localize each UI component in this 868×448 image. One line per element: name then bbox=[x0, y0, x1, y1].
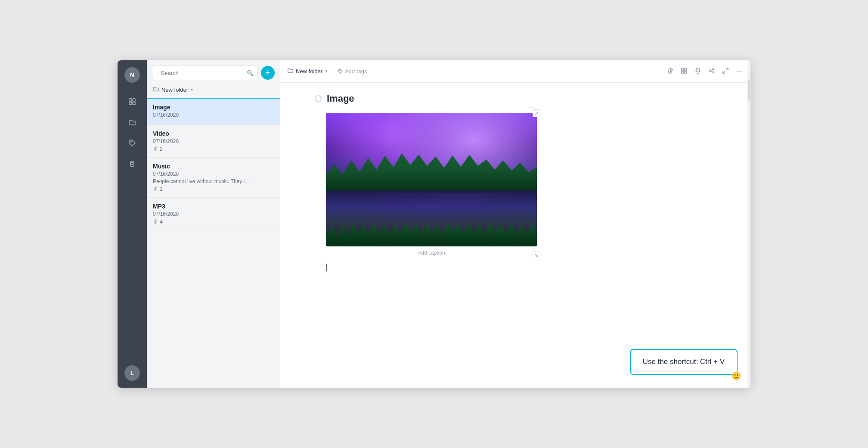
svg-rect-9 bbox=[682, 68, 684, 70]
svg-rect-5 bbox=[130, 162, 134, 166]
emoji-button[interactable]: 🙂 bbox=[732, 371, 741, 381]
breadcrumb-chevron-icon[interactable]: ▾ bbox=[325, 68, 328, 74]
note-date: 07/16/2020 bbox=[153, 171, 274, 177]
shortcut-tooltip: Use the shortcut: Ctrl + V bbox=[630, 349, 738, 375]
folder-name: New folder bbox=[161, 87, 188, 93]
note-item-music[interactable]: Music 07/16/2020 People cannot live with… bbox=[147, 158, 280, 198]
breadcrumb-folder-icon bbox=[287, 68, 293, 75]
svg-rect-12 bbox=[685, 71, 687, 73]
expand-icon[interactable] bbox=[722, 67, 729, 76]
folder-header: New folder ▾ bbox=[147, 84, 280, 98]
search-icon[interactable]: 🔍 bbox=[247, 70, 254, 76]
svg-point-8 bbox=[340, 70, 341, 71]
notes-panel: ≡ 🔍 + New folder ▾ Image 07/16/2020 bbox=[147, 60, 280, 388]
svg-point-4 bbox=[130, 141, 131, 142]
note-date: 07/16/2020 bbox=[153, 138, 274, 144]
breadcrumb: New folder ▾ bbox=[287, 68, 328, 75]
resize-handle-bottom-right[interactable] bbox=[533, 252, 540, 259]
note-title: Video bbox=[153, 130, 274, 137]
svg-rect-0 bbox=[129, 99, 132, 101]
tag-area[interactable]: Add tags bbox=[338, 68, 367, 75]
main-area: New folder ▾ Add tags bbox=[280, 60, 750, 388]
bell-icon[interactable] bbox=[694, 67, 701, 76]
note-image-visual bbox=[326, 113, 537, 246]
sidebar-bottom: L bbox=[124, 365, 140, 381]
sidebar-nav bbox=[124, 93, 141, 365]
note-item-image[interactable]: Image 07/16/2020 bbox=[147, 99, 280, 125]
add-note-button[interactable]: + bbox=[261, 66, 275, 80]
svg-point-13 bbox=[713, 68, 714, 69]
notes-toolbar: ≡ 🔍 + bbox=[147, 60, 280, 84]
more-options-icon[interactable]: ··· bbox=[736, 67, 744, 76]
svg-line-16 bbox=[710, 69, 713, 70]
attachment-icon[interactable] bbox=[667, 67, 674, 76]
folder-header-icon bbox=[153, 86, 159, 93]
resize-handle-top-right[interactable] bbox=[533, 109, 540, 117]
filter-icon[interactable]: ≡ bbox=[156, 70, 159, 76]
share-icon[interactable] bbox=[708, 67, 715, 76]
tag-nav-button[interactable] bbox=[124, 134, 141, 152]
breadcrumb-folder-name: New folder bbox=[296, 68, 322, 75]
note-date: 07/16/2020 bbox=[153, 112, 274, 118]
attachment-count: 2 bbox=[160, 146, 163, 152]
toolbar-right: ··· bbox=[667, 67, 744, 76]
user-avatar-top[interactable]: N bbox=[124, 67, 140, 83]
shortcut-text: Use the shortcut: Ctrl + V bbox=[643, 358, 725, 366]
note-title: Image bbox=[153, 104, 274, 111]
grid-view-button[interactable] bbox=[124, 93, 141, 110]
image-block: ··· Add caption bbox=[326, 113, 537, 256]
text-cursor bbox=[326, 264, 327, 271]
search-input[interactable] bbox=[161, 70, 245, 76]
svg-rect-2 bbox=[129, 102, 132, 105]
trash-nav-button[interactable] bbox=[124, 155, 141, 172]
scrollbar[interactable] bbox=[747, 60, 750, 388]
note-item-video[interactable]: Video 07/16/2020 2 bbox=[147, 125, 280, 158]
svg-point-14 bbox=[709, 70, 710, 71]
note-title: Music bbox=[153, 163, 274, 170]
image-caption[interactable]: Add caption bbox=[326, 250, 537, 256]
folder-chevron-icon[interactable]: ▾ bbox=[191, 87, 193, 93]
note-date: 07/16/2020 bbox=[153, 211, 274, 217]
search-box: ≡ 🔍 bbox=[152, 65, 257, 80]
note-image bbox=[326, 113, 537, 246]
note-title: MP3 bbox=[153, 203, 274, 210]
svg-point-15 bbox=[713, 72, 714, 73]
attachment-count: 4 bbox=[160, 219, 163, 225]
svg-line-17 bbox=[710, 71, 713, 72]
note-status-circle[interactable] bbox=[315, 95, 322, 102]
note-attachments: 2 bbox=[153, 146, 274, 152]
attachment-count: 1 bbox=[160, 186, 163, 192]
notes-list: Image 07/16/2020 Video 07/16/2020 2 Musi… bbox=[147, 99, 280, 388]
note-preview: People cannot live without music. They l… bbox=[153, 178, 274, 184]
note-item-mp3[interactable]: MP3 07/16/2020 4 bbox=[147, 198, 280, 230]
scrollbar-thumb[interactable] bbox=[748, 79, 750, 101]
sidebar: N bbox=[118, 60, 147, 388]
user-avatar-bottom[interactable]: L bbox=[124, 365, 140, 381]
svg-rect-1 bbox=[133, 99, 135, 101]
svg-rect-10 bbox=[685, 68, 687, 70]
svg-rect-11 bbox=[682, 71, 684, 73]
grid-icon[interactable] bbox=[681, 67, 688, 76]
folder-nav-button[interactable] bbox=[124, 114, 141, 131]
note-main-title: Image bbox=[327, 93, 354, 104]
note-header-row: Image bbox=[315, 93, 716, 104]
add-tags-label[interactable]: Add tags bbox=[345, 68, 367, 75]
main-toolbar: New folder ▾ Add tags bbox=[280, 60, 750, 83]
svg-rect-3 bbox=[133, 102, 135, 105]
note-attachments: 1 bbox=[153, 186, 274, 192]
note-attachments: 4 bbox=[153, 219, 274, 225]
note-content: Image ··· Add caption bbox=[280, 83, 750, 388]
